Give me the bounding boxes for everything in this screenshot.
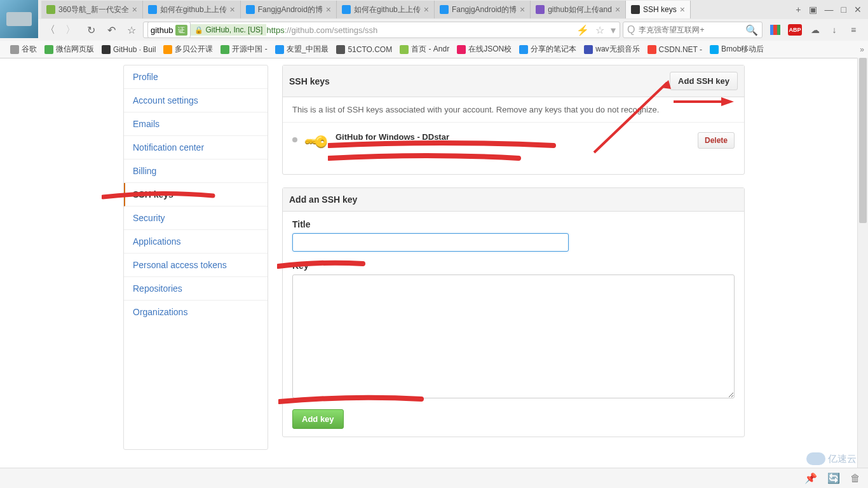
refresh-status-icon[interactable]: 🔄	[827, 472, 840, 484]
search-box[interactable]: Q 🔍	[623, 22, 763, 38]
profile-avatar[interactable]	[0, 0, 38, 38]
browser-tab[interactable]: FangjgAndroid的博×	[435, 1, 531, 18]
tab-close-icon[interactable]: ×	[132, 4, 137, 15]
url-text: https://github.com/settings/ssh	[266, 25, 377, 35]
sidebar-item[interactable]: Profile	[124, 65, 268, 89]
forward-button[interactable]: 〉	[62, 24, 79, 37]
sidebar-item[interactable]: Billing	[124, 159, 268, 183]
settings-sidebar: ProfileAccount settingsEmailsNotificatio…	[123, 65, 268, 450]
title-input[interactable]	[292, 233, 569, 252]
ssh-key-title: GitHub for Windows - DDstar	[336, 132, 449, 142]
bookmark-item[interactable]: Bmob移动后	[706, 44, 768, 55]
site-verified-badge: 证	[175, 25, 187, 36]
search-icon: Q	[627, 24, 635, 36]
pin-icon[interactable]: 📌	[804, 472, 817, 484]
bookmarks-overflow[interactable]: »	[860, 45, 864, 54]
bookmark-star[interactable]: ☆	[123, 24, 140, 36]
scrollbar-thumb[interactable]	[859, 58, 867, 223]
add-ssh-key-button[interactable]: Add SSH key	[670, 72, 738, 90]
tab-close-icon[interactable]: ×	[230, 4, 235, 15]
dropdown-icon[interactable]: ▾	[611, 24, 616, 36]
address-bar-row: 〈 〉 ↻ ↶ ☆ github 证 🔒 GitHub, Inc. [US] h…	[0, 19, 868, 41]
ssh-keys-heading: SSH keys	[289, 76, 330, 86]
browser-tab[interactable]: github如何上传and×	[531, 1, 626, 18]
browser-tab[interactable]: FangjgAndroid的博×	[241, 1, 337, 18]
browser-tab[interactable]: 如何在github上上传×	[143, 1, 241, 18]
apps-icon[interactable]	[770, 25, 780, 35]
key-icon: 🔑	[302, 128, 331, 156]
tab-list-button[interactable]: ▣	[809, 4, 817, 15]
browser-tab[interactable]: SSH keys×	[626, 1, 691, 18]
identity-badge[interactable]: 🔒 GitHub, Inc. [US]	[191, 24, 266, 36]
bookmark-item[interactable]: 微信网页版	[41, 44, 98, 55]
adblock-icon[interactable]: ABP	[788, 24, 802, 36]
tab-close-icon[interactable]: ×	[680, 4, 685, 15]
trash-icon[interactable]: 🗑	[850, 473, 860, 484]
bookmark-item[interactable]: 首页 - Andr	[396, 44, 453, 55]
bookmark-item[interactable]: 友盟_中国最	[271, 44, 333, 55]
bookmark-item[interactable]: 开源中国 -	[217, 44, 271, 55]
add-ssh-heading: Add an SSH key	[289, 194, 357, 205]
bookmark-item[interactable]: wav无损音乐	[580, 44, 643, 55]
sidebar-item[interactable]: Emails	[124, 112, 268, 136]
sidebar-item[interactable]: Notification center	[124, 136, 268, 159]
sidebar-item[interactable]: Personal access tokens	[124, 254, 268, 277]
sidebar-item[interactable]: SSH keys	[124, 183, 268, 207]
maximize-button[interactable]: □	[841, 4, 846, 15]
tab-close-icon[interactable]: ×	[424, 4, 429, 15]
sidebar-item[interactable]: Account settings	[124, 89, 268, 112]
address-bar[interactable]: github 证 🔒 GitHub, Inc. [US] https://git…	[143, 22, 620, 38]
bookmarks-bar: 谷歌微信网页版GitHub · Buil多贝公开课开源中国 -友盟_中国最51C…	[0, 41, 868, 58]
cloud-icon[interactable]: ☁	[810, 24, 821, 36]
title-label: Title	[292, 219, 735, 229]
browser-chrome: 360导航_新一代安全×如何在github上上传×FangjgAndroid的博…	[0, 0, 868, 58]
bookmark-item[interactable]: 多贝公开课	[159, 44, 217, 55]
tab-close-icon[interactable]: ×	[615, 4, 620, 15]
key-label: Key	[292, 261, 735, 271]
delete-key-button[interactable]: Delete	[698, 132, 735, 149]
new-tab-button[interactable]: +	[796, 4, 801, 15]
main-content: SSH keys Add SSH key This is a list of S…	[282, 65, 745, 450]
sidebar-item[interactable]: Repositories	[124, 277, 268, 301]
ssh-keys-description: This is a list of SSH keys associated wi…	[283, 97, 744, 122]
browser-tab[interactable]: 如何在github上上传×	[337, 1, 435, 18]
watermark: 亿速云	[806, 452, 857, 465]
search-input[interactable]	[639, 25, 742, 34]
lock-icon: 🔒	[194, 26, 203, 34]
search-submit-icon[interactable]: 🔍	[745, 24, 758, 36]
close-window-button[interactable]: ✕	[854, 4, 862, 15]
status-bar: 📌 🔄 🗑	[0, 468, 868, 488]
ssh-key-row: 🔑 GitHub for Windows - DDstar Delete	[283, 122, 744, 174]
bookmark-item[interactable]: 51CTO.COM	[332, 44, 396, 55]
sidebar-item[interactable]: Security	[124, 207, 268, 230]
key-textarea[interactable]	[292, 274, 735, 398]
back-button[interactable]: 〈	[41, 24, 59, 37]
key-status-dot	[292, 137, 297, 142]
add-ssh-key-panel: Add an SSH key Title Key Add key	[282, 187, 745, 437]
tab-close-icon[interactable]: ×	[520, 4, 525, 15]
site-badge: github	[151, 25, 173, 35]
reload-button[interactable]: ↻	[82, 24, 100, 36]
bookmark-item[interactable]: 在线JSON校	[453, 44, 515, 55]
flash-icon[interactable]: ⚡	[576, 24, 589, 36]
fav-icon[interactable]: ☆	[595, 24, 604, 36]
undo-button[interactable]: ↶	[102, 24, 120, 36]
minimize-button[interactable]: ―	[825, 4, 834, 15]
scrollbar[interactable]	[857, 58, 868, 468]
bookmark-item[interactable]: 谷歌	[6, 44, 41, 55]
browser-tab[interactable]: 360导航_新一代安全×	[41, 1, 143, 18]
menu-icon[interactable]: ≡	[848, 24, 859, 36]
sidebar-item[interactable]: Organizations	[124, 301, 268, 323]
bookmark-item[interactable]: 分享的笔记本	[515, 44, 580, 55]
bookmark-item[interactable]: CSDN.NET -	[644, 44, 706, 55]
cloud-logo-icon	[806, 452, 825, 465]
add-key-submit[interactable]: Add key	[292, 409, 344, 429]
sidebar-item[interactable]: Applications	[124, 230, 268, 254]
tab-close-icon[interactable]: ×	[326, 4, 331, 15]
page-content: ProfileAccount settingsEmailsNotificatio…	[0, 58, 868, 450]
ssh-keys-panel: SSH keys Add SSH key This is a list of S…	[282, 65, 745, 175]
bookmark-item[interactable]: GitHub · Buil	[98, 44, 159, 55]
download-icon[interactable]: ↓	[829, 24, 840, 36]
tab-strip: 360导航_新一代安全×如何在github上上传×FangjgAndroid的博…	[0, 0, 868, 19]
